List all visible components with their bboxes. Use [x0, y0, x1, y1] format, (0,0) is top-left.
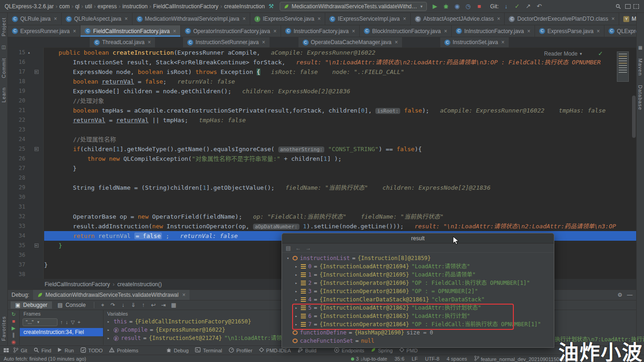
stop-icon[interactable]: ■: [12, 318, 15, 324]
fold-region[interactable]: [33, 250, 40, 260]
window-layout-icon[interactable]: [625, 4, 631, 9]
line-number[interactable]: 29: [8, 183, 25, 192]
editor-tab[interactable]: CQLRule.java×: [8, 13, 62, 25]
editor-tab[interactable]: CAbstractAspectJAdvice.class×: [411, 13, 505, 25]
pause-icon[interactable]: ∥: [12, 332, 15, 338]
fold-region[interactable]: [33, 221, 40, 231]
line-number[interactable]: 15: [8, 48, 25, 57]
line-number[interactable]: 21: [8, 106, 25, 115]
code-line-18[interactable]: boolean returnVal = false; returnVal: fa…: [44, 77, 636, 86]
line-number[interactable]: 27: [8, 164, 25, 173]
tab-close-icon[interactable]: ×: [148, 39, 151, 45]
fold-region[interactable]: [33, 77, 40, 86]
code-line-29[interactable]: String fieldName = (String)children[1].g…: [44, 183, 636, 192]
fold-region[interactable]: [33, 231, 40, 241]
breadcrumb-item[interactable]: express: [97, 3, 118, 10]
code-line-27[interactable]: }: [44, 164, 636, 173]
editor-tab[interactable]: CExpressParse.java×: [535, 25, 604, 37]
commit-button[interactable]: ✓: [512, 2, 522, 11]
code-line-20[interactable]: //处理对象: [44, 96, 636, 106]
editor-gutter[interactable]: 15▴1617−1819202122232425−262728293031323…: [8, 48, 44, 279]
fold-region[interactable]: [33, 260, 40, 270]
line-number[interactable]: 18: [8, 77, 25, 86]
editor-tab[interactable]: CQLExpressTimer.java×: [604, 25, 636, 37]
expand-icon[interactable]: ▸: [294, 287, 299, 295]
add-icon[interactable]: +: [77, 319, 80, 325]
editor-tab[interactable]: CFieldCallInstructionFactory.java×: [80, 25, 181, 37]
code-line-28[interactable]: [44, 173, 636, 183]
editor-tab[interactable]: CExpressRunner.java×: [8, 25, 80, 37]
prev-frame-icon[interactable]: ↑: [60, 319, 63, 325]
status-widget[interactable]: UTF-8: [425, 356, 439, 362]
toolwindow-button-spring[interactable]: Spring: [371, 347, 393, 353]
build-hammer-icon[interactable]: ⚒: [266, 2, 276, 11]
line-number[interactable]: 32: [8, 212, 25, 221]
fold-marker-icon[interactable]: −: [34, 70, 39, 74]
editor-tab[interactable]: CIExpressServiceImpl.java×: [325, 13, 411, 25]
tab-close-icon[interactable]: ×: [273, 28, 276, 34]
toolwindow-button-profiler[interactable]: Profiler: [229, 347, 253, 354]
close-icon[interactable]: ×: [182, 292, 185, 298]
rerun-debug-icon[interactable]: ↻: [12, 311, 16, 317]
tab-close-icon[interactable]: ×: [352, 28, 355, 34]
toolwindow-button-pmd[interactable]: PMD: [399, 347, 418, 353]
view-breakpoints-icon[interactable]: ◉: [12, 339, 16, 345]
editor-tab[interactable]: CInstructionSet.java×: [440, 37, 509, 47]
breadcrumb-item[interactable]: createInstruction(): [117, 281, 162, 288]
step-out-icon[interactable]: ↑: [138, 302, 148, 308]
step-into-icon[interactable]: ↓: [118, 302, 127, 308]
fold-region[interactable]: [33, 57, 40, 67]
fold-region[interactable]: [33, 183, 40, 192]
code-line-24[interactable]: //处理属性名称: [44, 135, 636, 144]
tab-close-icon[interactable]: ×: [317, 16, 321, 22]
code-line-26[interactable]: throw new QLCompileException("对象属性名称不是字符…: [44, 154, 636, 164]
inspection-status-icon[interactable]: ✓: [598, 50, 603, 57]
toolwindow-button-problems[interactable]: Problems: [109, 347, 138, 353]
editor-tab[interactable]: CThreadLocal.java×: [90, 37, 155, 47]
sidebar-item-database[interactable]: Database: [638, 85, 643, 110]
fold-region[interactable]: [33, 106, 40, 115]
tab-close-icon[interactable]: ×: [527, 28, 530, 34]
popup-tree-row[interactable]: ▸4 = {InstructionClearDataStack@21861} "…: [282, 295, 554, 304]
resume-icon[interactable]: ▶: [12, 325, 15, 331]
sidebar-item-favorites[interactable]: Favorites: [1, 316, 6, 341]
run-to-cursor-icon[interactable]: ⇥: [159, 302, 168, 308]
fold-region[interactable]: [33, 125, 40, 135]
popup-tree-row[interactable]: ▸7 = {InstructionOperator@21864} "OP : F…: [282, 320, 554, 328]
expand-icon[interactable]: ▸: [107, 317, 111, 326]
hidden-tabs-chevron-icon[interactable]: »: [631, 16, 634, 22]
tab-close-icon[interactable]: ×: [73, 28, 76, 34]
expand-icon[interactable]: ▸: [107, 326, 111, 334]
view-options-icon[interactable]: ▤: [286, 245, 291, 251]
fold-region[interactable]: [33, 154, 40, 164]
fold-region[interactable]: −: [33, 144, 40, 154]
breadcrumb-item[interactable]: util: [84, 3, 93, 10]
line-number[interactable]: 17: [8, 67, 25, 77]
fold-region[interactable]: [33, 212, 40, 221]
fold-region[interactable]: [33, 96, 40, 106]
filter-frames-icon[interactable]: ▽: [71, 319, 75, 325]
code-line-32[interactable]: OperatorBase op = new OperatorField(fiel…: [44, 212, 636, 221]
tab-debugger[interactable]: ▣Debugger: [11, 301, 52, 309]
popup-tree-row[interactable]: ▸2 = {InstructionOperator@21696} "OP : F…: [282, 279, 554, 287]
editor-scrollbar[interactable]: [632, 96, 636, 138]
popup-title[interactable]: result: [282, 233, 554, 243]
forward-icon[interactable]: →: [305, 245, 311, 251]
editor-tab[interactable]: COperateDataCacheManager.java×: [299, 37, 402, 47]
fold-region[interactable]: [33, 115, 40, 125]
breadcrumb-item[interactable]: createInstruction: [223, 3, 266, 10]
code-line-17[interactable]: ExpressNode node, boolean isRoot) throws…: [44, 67, 636, 77]
notifications-icon[interactable]: ▦: [638, 45, 642, 50]
popup-tree-row[interactable]: ▸0 = {InstructionLoadAttr@21694} "LoadAt…: [282, 262, 554, 271]
editor-tab[interactable]: COperatorInstructionFactory.java×: [181, 25, 281, 37]
code-line-33[interactable]: result.addInstruction(new InstructionOpe…: [44, 221, 636, 231]
breadcrumb-item[interactable]: FieldCallInstructionFactory: [152, 3, 219, 10]
toolwindow-button-find[interactable]: Find: [34, 347, 51, 354]
minimize-icon[interactable]: —: [627, 292, 632, 298]
status-widget[interactable]: 35:6: [395, 356, 404, 362]
breadcrumb-item[interactable]: instruction: [121, 3, 149, 10]
tab-console[interactable]: ▤Console: [53, 301, 90, 309]
editor-tab[interactable]: CQLRuleAspect.java×: [62, 13, 132, 25]
editor-tab[interactable]: CInstructionSetRunner.java×: [183, 37, 270, 47]
gear-icon[interactable]: ⚙: [617, 292, 622, 298]
